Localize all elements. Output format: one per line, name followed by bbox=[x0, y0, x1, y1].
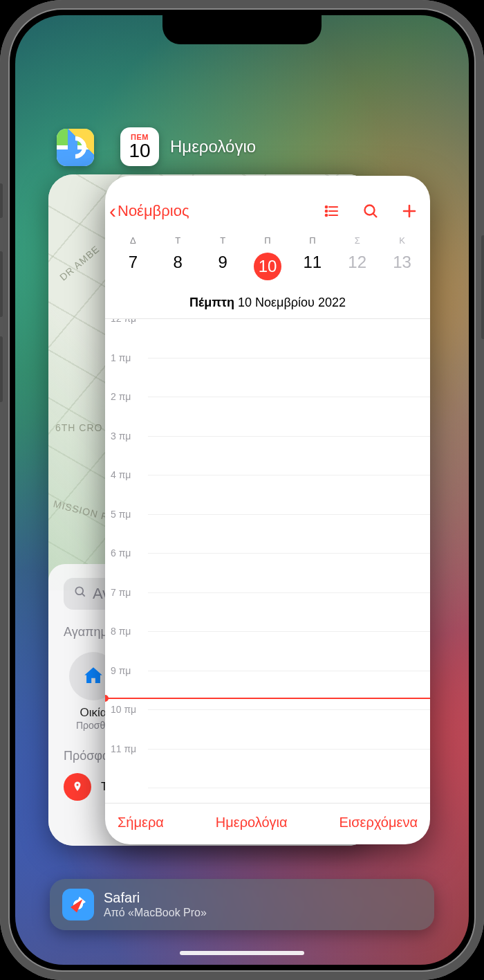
svg-point-8 bbox=[326, 215, 327, 216]
svg-point-0 bbox=[75, 587, 83, 595]
calendar-hour-grid[interactable]: 12 πμ1 πμ2 πμ3 πμ4 πμ5 πμ6 πμ7 πμ8 πμ9 π… bbox=[105, 318, 430, 803]
weekday-label: Σ bbox=[335, 235, 380, 246]
app-switcher: DR AMBE 6TH CRO MISSION ROA Αναζ Αγαπημέ bbox=[15, 15, 469, 965]
hour-row[interactable]: 8 πμ bbox=[148, 632, 430, 671]
day-number[interactable]: 8 bbox=[156, 248, 201, 284]
calendar-back-label: Νοέμβριος bbox=[118, 202, 189, 220]
weekday-label: Κ bbox=[380, 235, 425, 246]
hour-label: 3 πμ bbox=[111, 430, 131, 442]
svg-point-7 bbox=[326, 210, 327, 212]
handoff-banner[interactable]: Safari Από «MacBook Pro» bbox=[50, 879, 434, 930]
hour-row[interactable]: 11 πμ bbox=[148, 750, 430, 789]
hour-label: 6 πμ bbox=[111, 547, 131, 559]
hour-row[interactable]: 1 πμ bbox=[148, 359, 430, 398]
calendar-back-button[interactable]: ‹ Νοέμβριος bbox=[109, 199, 189, 223]
pin-icon bbox=[64, 773, 91, 801]
calendar-date-weekday: Πέμπτη bbox=[189, 296, 234, 309]
map-street-label: 6TH CRO bbox=[55, 422, 102, 433]
svg-point-9 bbox=[365, 206, 375, 215]
hour-row[interactable]: 12 πμ bbox=[148, 319, 430, 359]
hour-row[interactable]: 9 πμ bbox=[148, 671, 430, 711]
side-button-right bbox=[481, 235, 484, 339]
hour-label: 11 πμ bbox=[111, 743, 136, 754]
inbox-button[interactable]: Εισερχόμενα bbox=[339, 815, 418, 831]
hour-row[interactable]: 7 πμ bbox=[148, 593, 430, 633]
hour-label: 7 πμ bbox=[111, 587, 131, 598]
maps-app-icon[interactable] bbox=[57, 129, 94, 166]
hour-row[interactable]: 2 πμ bbox=[148, 397, 430, 437]
svg-line-1 bbox=[82, 593, 85, 596]
home-indicator[interactable] bbox=[180, 951, 304, 955]
day-number[interactable]: 7 bbox=[111, 248, 156, 284]
calendar-date-rest: 10 Νοεμβρίου 2022 bbox=[238, 296, 346, 309]
hour-label: 10 πμ bbox=[111, 704, 136, 715]
now-indicator-line bbox=[105, 698, 430, 699]
map-street-label: DR AMBE bbox=[57, 243, 102, 282]
day-number[interactable]: 11 bbox=[290, 248, 335, 284]
calendars-button[interactable]: Ημερολόγια bbox=[216, 815, 288, 831]
weekday-label: Τ bbox=[201, 235, 245, 246]
calendar-nav-bar: ‹ Νοέμβριος bbox=[105, 176, 430, 228]
svg-point-2 bbox=[77, 783, 79, 786]
hour-row[interactable]: 6 πμ bbox=[148, 554, 430, 593]
hour-label: 2 πμ bbox=[111, 391, 131, 402]
hour-row[interactable]: 3 πμ bbox=[148, 437, 430, 476]
hour-label: 9 πμ bbox=[111, 665, 131, 676]
side-buttons-left bbox=[0, 183, 3, 421]
maps-icon-art bbox=[57, 129, 94, 166]
weekday-label: Τ bbox=[156, 235, 201, 246]
handoff-source: Από «MacBook Pro» bbox=[104, 906, 207, 919]
today-button[interactable]: Σήμερα bbox=[118, 815, 164, 831]
phone-frame: DR AMBE 6TH CRO MISSION ROA Αναζ Αγαπημέ bbox=[0, 0, 484, 980]
day-number[interactable]: 13 bbox=[380, 248, 425, 284]
add-event-button[interactable] bbox=[401, 203, 418, 219]
day-number[interactable]: 9 bbox=[201, 248, 245, 284]
search-button[interactable] bbox=[362, 203, 379, 219]
hour-label: 1 πμ bbox=[111, 352, 131, 363]
weekday-label: Δ bbox=[111, 235, 156, 246]
calendar-toolbar: Σήμερα Ημερολόγια Εισερχόμενα bbox=[105, 803, 430, 844]
calendar-card-header: ΠΕΜ 10 Ημερολόγιο bbox=[120, 127, 256, 166]
calendar-current-date: Πέμπτη 10 Νοεμβρίου 2022 bbox=[105, 291, 430, 318]
notch bbox=[162, 15, 322, 44]
list-view-button[interactable] bbox=[324, 203, 340, 219]
calendar-weekday-row: ΔΤΤΠΠΣΚ bbox=[105, 235, 430, 246]
calendar-day-row: 78910111213 bbox=[105, 246, 430, 291]
search-icon bbox=[73, 585, 87, 603]
hour-row[interactable]: 10 πμ bbox=[148, 710, 430, 750]
screen: DR AMBE 6TH CRO MISSION ROA Αναζ Αγαπημέ bbox=[15, 15, 469, 965]
safari-icon bbox=[62, 889, 94, 920]
app-card-calendar[interactable]: ‹ Νοέμβριος ΔΤ bbox=[105, 176, 430, 844]
svg-point-6 bbox=[326, 206, 327, 208]
hour-label: 12 πμ bbox=[111, 318, 136, 324]
handoff-app-name: Safari bbox=[104, 889, 207, 906]
weekday-label: Π bbox=[290, 235, 335, 246]
hour-label: 8 πμ bbox=[111, 626, 131, 637]
hour-label: 5 πμ bbox=[111, 509, 131, 520]
hour-row[interactable]: 4 πμ bbox=[148, 475, 430, 515]
hour-row[interactable]: 5 πμ bbox=[148, 515, 430, 554]
calendar-app-title: Ημερολόγιο bbox=[170, 137, 256, 156]
day-number[interactable]: 10 bbox=[245, 248, 290, 284]
calendar-icon-day: 10 bbox=[129, 141, 150, 161]
calendar-app-icon[interactable]: ΠΕΜ 10 bbox=[120, 127, 159, 166]
chevron-left-icon: ‹ bbox=[109, 199, 116, 223]
day-number[interactable]: 12 bbox=[335, 248, 380, 284]
hour-label: 4 πμ bbox=[111, 469, 131, 480]
svg-line-10 bbox=[373, 214, 378, 218]
weekday-label: Π bbox=[245, 235, 290, 246]
